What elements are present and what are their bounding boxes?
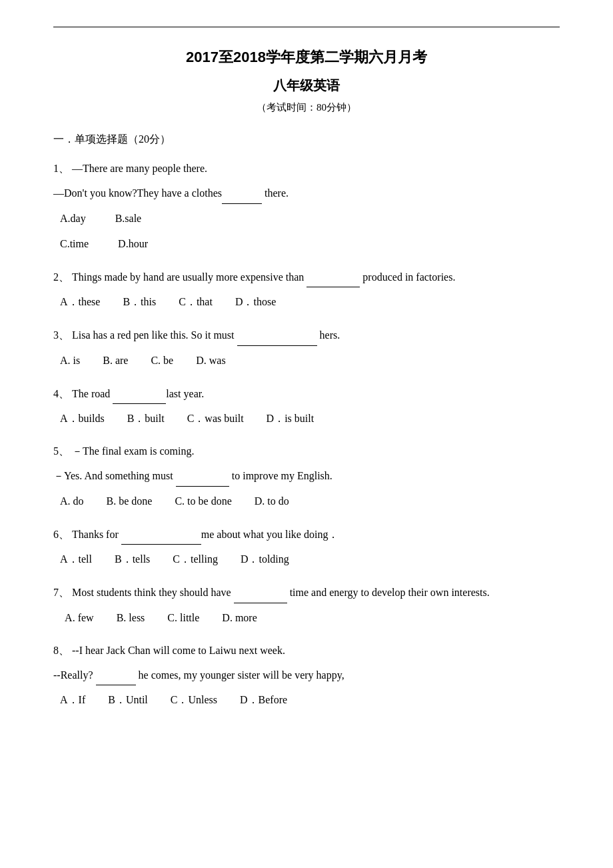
q4-optC: C．was built	[187, 408, 244, 429]
q2-blank	[306, 267, 360, 287]
q1-optC: C.time	[60, 233, 89, 255]
q4-number: 4、	[53, 388, 69, 399]
q5-text1: 5、 －The final exam is coming.	[53, 441, 560, 461]
q6-optB: B．tells	[115, 549, 150, 570]
q7-text: 7、 Most students think they should have …	[53, 582, 560, 603]
q5-optC: C. to be done	[175, 491, 231, 512]
q2-number: 2、	[53, 271, 69, 283]
q5-options: A. do B. be done C. to be done D. to do	[53, 491, 560, 512]
question-3: 3、 Lisa has a red pen like this. So it m…	[53, 325, 560, 371]
q5-blank	[176, 465, 229, 486]
q2-optA: A．these	[60, 291, 100, 313]
q8-text1: 8、 --I hear Jack Chan will come to Laiwu…	[53, 641, 560, 661]
q7-number: 7、	[53, 587, 69, 598]
q1-line1: —There are many people there.	[72, 163, 207, 174]
q1-blank	[222, 183, 262, 203]
q1-number: 1、	[53, 163, 69, 174]
question-8: 8、 --I hear Jack Chan will come to Laiwu…	[53, 641, 560, 711]
q4-optB: B．built	[127, 408, 165, 429]
q4-blank	[113, 383, 166, 404]
sub-title: 八年级英语	[53, 77, 560, 95]
q6-blank	[121, 524, 201, 545]
q1-text: 1、 —There are many people there.	[53, 159, 560, 179]
q3-text: 3、 Lisa has a red pen like this. So it m…	[53, 325, 560, 345]
q6-options: A．tell B．tells C．telling D．tolding	[53, 549, 560, 570]
q8-text2: --Really? he comes, my younger sister wi…	[53, 665, 560, 685]
q3-optA: A. is	[60, 350, 80, 371]
q1-optA: A.day	[60, 208, 86, 229]
q7-optC: C. little	[167, 607, 199, 629]
q4-options: A．builds B．built C．was built D．is built	[53, 408, 560, 429]
q8-blank	[96, 665, 136, 685]
q8-optA: A．If	[60, 689, 85, 711]
q8-optD: D．Before	[240, 689, 287, 711]
q5-text2: －Yes. And something must to improve my E…	[53, 465, 560, 486]
q3-optD: D. was	[196, 350, 225, 371]
q4-text: 4、 The road last year.	[53, 383, 560, 404]
q5-number: 5、	[53, 445, 69, 457]
q7-options: A. few B. less C. little D. more	[53, 607, 560, 629]
q2-text: 2、 Things made by hand are usually more …	[53, 267, 560, 287]
q8-options: A．If B．Until C．Unless D．Before	[53, 689, 560, 711]
question-7: 7、 Most students think they should have …	[53, 582, 560, 628]
q7-optD: D. more	[222, 607, 257, 629]
section-label: 一．单项选择题（20分）	[53, 133, 560, 147]
q1-optB: B.sale	[115, 208, 142, 229]
q3-options: A. is B. are C. be D. was	[53, 350, 560, 371]
q5-optD: D. to do	[255, 491, 289, 512]
q8-number: 8、	[53, 645, 69, 656]
q6-number: 6、	[53, 529, 69, 540]
question-4: 4、 The road last year. A．builds B．built …	[53, 383, 560, 429]
q7-optB: B. less	[117, 607, 145, 629]
q8-optB: B．Until	[108, 689, 148, 711]
q2-options: A．these B．this C．that D．those	[53, 291, 560, 313]
q6-optD: D．tolding	[241, 549, 289, 570]
q2-optC: C．that	[179, 291, 213, 313]
top-divider	[53, 27, 560, 27]
q3-optB: B. are	[103, 350, 128, 371]
q1-options-row1: A.day B.sale	[53, 208, 560, 229]
q4-optD: D．is built	[267, 408, 314, 429]
q4-optA: A．builds	[60, 408, 105, 429]
q1-optD: D.hour	[118, 233, 148, 255]
question-6: 6、 Thanks for me about what you like doi…	[53, 524, 560, 570]
q7-optA: A. few	[60, 607, 94, 629]
exam-note: （考试时间：80分钟）	[53, 101, 560, 114]
question-1: 1、 —There are many people there. —Don't …	[53, 159, 560, 255]
q5-optB: B. be done	[107, 491, 153, 512]
question-5: 5、 －The final exam is coming. －Yes. And …	[53, 441, 560, 512]
q1-options-row2: C.time D.hour	[53, 233, 560, 255]
q5-optA: A. do	[60, 491, 84, 512]
q8-optC: C．Unless	[171, 689, 217, 711]
main-title: 2017至2018学年度第二学期六月月考	[53, 47, 560, 67]
q6-optC: C．telling	[173, 549, 218, 570]
q2-optB: B．this	[123, 291, 156, 313]
q1-line2: —Don't you know?They have a clothes ther…	[53, 183, 560, 203]
q6-text: 6、 Thanks for me about what you like doi…	[53, 524, 560, 545]
q3-blank	[237, 325, 317, 345]
q2-optD: D．those	[235, 291, 276, 313]
q3-number: 3、	[53, 329, 69, 341]
q3-optC: C. be	[151, 350, 173, 371]
q7-blank	[234, 582, 287, 603]
q6-optA: A．tell	[60, 549, 92, 570]
question-2: 2、 Things made by hand are usually more …	[53, 267, 560, 313]
